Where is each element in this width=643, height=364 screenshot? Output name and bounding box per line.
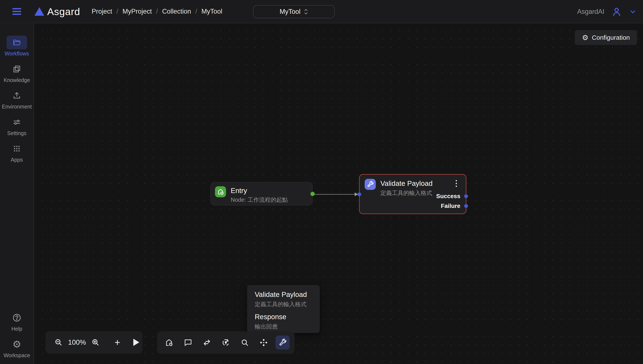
add-node-button[interactable]: +	[114, 338, 120, 347]
help-circle-icon	[12, 313, 22, 322]
tools-toolbar	[157, 331, 295, 354]
breadcrumb-separator: /	[116, 8, 118, 15]
menu-item-subtitle: 定義工具的輸入格式	[255, 300, 312, 308]
sliders-icon	[12, 118, 21, 126]
zoom-level: 100%	[68, 338, 86, 346]
breadcrumb-project[interactable]: Project	[92, 8, 112, 15]
top-header: Asgard Project / MyProject / Collection …	[0, 0, 643, 23]
node-subtitle: 定義工具的輸入格式	[380, 189, 432, 197]
menu-item-title: Validate Payload	[255, 290, 312, 298]
node-title: Entry	[231, 187, 247, 195]
move-nodes-icon	[259, 338, 268, 347]
search-icon	[240, 338, 250, 347]
home-plus-icon	[215, 186, 226, 197]
updown-chevron-icon	[304, 9, 308, 15]
gear-icon: ⚙	[12, 339, 21, 349]
tool-comment[interactable]	[181, 336, 195, 350]
zoom-toolbar: 100% +	[46, 331, 142, 354]
breadcrumb-collection[interactable]: Collection	[162, 8, 191, 15]
breadcrumb-separator: /	[195, 8, 197, 15]
output-port-failure[interactable]	[464, 204, 468, 208]
node-title: Validate Payload	[380, 180, 433, 188]
apps-grid-icon	[12, 144, 21, 153]
sidebar-item-workflows[interactable]: Workflows	[0, 36, 34, 57]
app-logo-text: Asgard	[47, 6, 80, 18]
book-icon	[12, 64, 21, 74]
account-name: AsgardAI	[577, 8, 604, 16]
tool-wrench[interactable]	[276, 336, 290, 350]
tool-rerun-loop[interactable]	[219, 336, 233, 350]
tool-selector-dropdown[interactable]: MyTool	[253, 5, 335, 18]
zoom-out-button[interactable]	[54, 338, 63, 347]
sidebar-item-label: Settings	[7, 130, 26, 136]
sidebar-item-label: Knowledge	[4, 77, 30, 83]
kebab-menu-icon[interactable]	[455, 179, 458, 188]
sidebar-item-settings[interactable]: Settings	[0, 115, 34, 136]
breadcrumb: Project / MyProject / Collection / MyToo…	[92, 8, 223, 15]
breadcrumb-mytool[interactable]: MyTool	[201, 8, 222, 15]
output-label-success: Success	[436, 193, 460, 200]
input-port[interactable]	[357, 192, 361, 196]
chevron-down-icon[interactable]	[629, 8, 637, 16]
hamburger-menu-icon[interactable]	[12, 8, 21, 15]
node-picker-menu: Validate Payload 定義工具的輸入格式 Response 輸出回應	[247, 285, 320, 333]
node-entry[interactable]: Entry Node: 工作流程的起點	[210, 182, 313, 205]
wrench-icon	[278, 338, 287, 347]
sidebar-item-label: Help	[11, 326, 22, 332]
zoom-in-icon	[91, 338, 100, 347]
workflow-canvas[interactable]: ⚙ Configuration Entry Node: 工作流程的起點 Vali…	[35, 24, 643, 364]
gear-icon: ⚙	[582, 34, 588, 41]
node-subtitle: Node: 工作流程的起點	[231, 196, 288, 204]
tool-move-nodes[interactable]	[257, 336, 271, 350]
sidebar-item-knowledge[interactable]: Knowledge	[0, 62, 34, 83]
output-label-failure: Failure	[441, 202, 460, 210]
sidebar-item-apps[interactable]: Apps	[0, 142, 34, 163]
tool-add-entry-node[interactable]	[162, 336, 176, 350]
sidebar-item-label: Environment	[2, 104, 32, 110]
app-logo: Asgard	[35, 6, 80, 18]
comment-icon	[183, 338, 193, 347]
output-port[interactable]	[310, 192, 315, 196]
menu-item-title: Response	[255, 313, 312, 321]
tool-search[interactable]	[238, 336, 252, 350]
home-plus-icon	[164, 338, 174, 347]
zoom-out-icon	[54, 338, 63, 347]
breadcrumb-separator: /	[156, 8, 158, 15]
loop-retry-icon	[221, 338, 231, 347]
sidebar-item-help[interactable]: Help	[0, 311, 34, 332]
folder-icon	[12, 38, 21, 47]
tool-swap-connections[interactable]	[200, 336, 214, 350]
edge-entry-to-validate	[311, 192, 362, 197]
sidebar-item-workspace[interactable]: ⚙ Workspace	[0, 338, 34, 358]
triangle-logo-icon	[35, 7, 44, 16]
menu-item-validate-payload[interactable]: Validate Payload 定義工具的輸入格式	[255, 290, 312, 308]
breadcrumb-myproject[interactable]: MyProject	[122, 8, 152, 15]
zoom-in-button[interactable]	[91, 338, 100, 347]
sidebar-item-label: Workspace	[4, 352, 30, 358]
configuration-button[interactable]: ⚙ Configuration	[575, 30, 637, 45]
menu-item-response[interactable]: Response 輸出回應	[255, 313, 312, 330]
node-validate-payload[interactable]: Validate Payload 定義工具的輸入格式 Success Failu…	[359, 174, 466, 214]
sidebar-item-label: Apps	[11, 157, 23, 163]
configuration-button-label: Configuration	[592, 34, 630, 41]
swap-arrows-icon	[202, 338, 211, 347]
upload-icon	[12, 91, 21, 100]
menu-item-subtitle: 輸出回應	[255, 323, 312, 330]
sidebar-item-label: Workflows	[5, 50, 29, 57]
output-port-success[interactable]	[464, 194, 468, 198]
sidebar-item-environment[interactable]: Environment	[0, 89, 34, 110]
tool-selector-value: MyTool	[280, 8, 300, 16]
play-icon[interactable]	[133, 339, 139, 346]
person-icon[interactable]	[611, 6, 622, 17]
wrench-icon	[365, 179, 376, 190]
left-sidebar: Workflows Knowledge Environment Settings…	[0, 24, 34, 364]
